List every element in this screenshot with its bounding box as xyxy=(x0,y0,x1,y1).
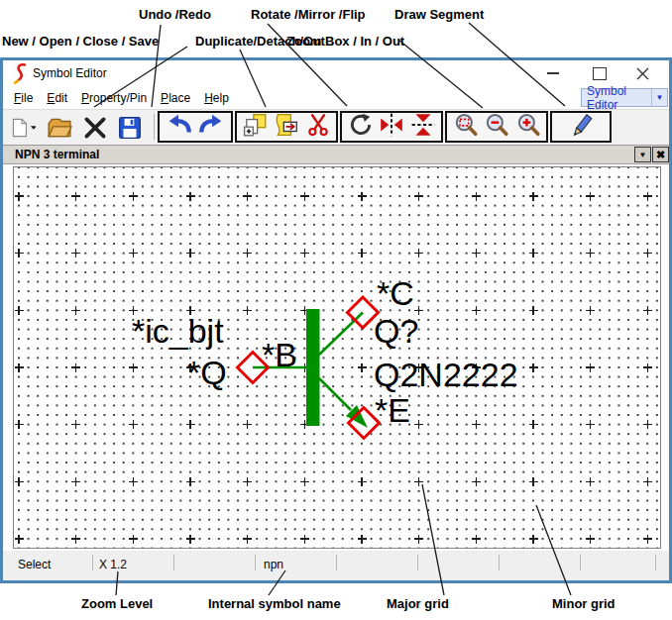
menu-help[interactable]: Help xyxy=(204,91,229,105)
status-divider xyxy=(92,555,93,570)
chevron-down-icon: ▼ xyxy=(651,89,667,106)
redo-icon xyxy=(198,112,224,138)
flip-icon xyxy=(410,112,436,138)
zoom-box-button[interactable] xyxy=(453,112,479,142)
open-folder-icon xyxy=(47,115,72,141)
status-divider xyxy=(417,555,418,570)
annotation-internal-symbol-name: Internal symbol name xyxy=(208,596,341,611)
save-button[interactable] xyxy=(115,113,145,142)
annotation-draw-segment: Draw Segment xyxy=(394,7,484,22)
chevron-down-icon: ▼ xyxy=(639,151,647,159)
status-divider xyxy=(655,555,656,570)
menu-edit[interactable]: Edit xyxy=(47,91,67,105)
zoom-group xyxy=(445,111,548,143)
draw-segment-group xyxy=(550,111,612,143)
editor-mode-value: Symbol Editor xyxy=(582,84,651,112)
zoom-in-button[interactable] xyxy=(515,112,541,142)
draw-segment-button[interactable] xyxy=(568,112,594,142)
title-bar[interactable]: Symbol Editor xyxy=(3,60,669,87)
close-icon xyxy=(636,67,649,80)
cut-button[interactable] xyxy=(305,112,331,142)
symbol-body-bar[interactable] xyxy=(306,309,320,426)
symbol-panel-title: NPN 3 terminal xyxy=(15,148,99,161)
cut-scissors-icon xyxy=(305,112,331,138)
rotate-mirror-flip-group xyxy=(340,111,443,143)
annotation-minor-grid: Minor grid xyxy=(552,596,616,611)
panel-dropdown-button[interactable]: ▼ xyxy=(634,147,651,162)
duplicate-detach-cut-group xyxy=(235,111,338,143)
close-icon: ✖ xyxy=(656,149,665,161)
window-title: Symbol Editor xyxy=(33,66,107,80)
annotation-undo-redo: Undo /Redo xyxy=(139,7,211,22)
npn-symbol: *ic_bjt *Q *B *C Q? Q2N2222 *E xyxy=(14,167,660,548)
symbol-panel-bar: NPN 3 terminal ▼ ✖ xyxy=(3,145,669,164)
editor-mode-dropdown[interactable]: Symbol Editor ▼ xyxy=(581,88,668,107)
zoom-in-icon xyxy=(515,112,541,138)
status-divider xyxy=(173,555,174,570)
zoom-out-icon xyxy=(484,112,509,138)
base-label[interactable]: *B xyxy=(262,336,297,373)
collector-label[interactable]: *C xyxy=(377,274,414,312)
menu-property-pin[interactable]: Property/Pin xyxy=(81,91,147,105)
mirror-icon xyxy=(379,112,404,138)
status-divider xyxy=(499,555,500,570)
drawing-canvas[interactable]: *ic_bjt *Q *B *C Q? Q2N2222 *E xyxy=(13,166,661,549)
zoom-box-icon xyxy=(453,112,479,138)
panel-close-button[interactable]: ✖ xyxy=(652,147,669,162)
status-divider xyxy=(336,555,337,570)
chevron-down-icon xyxy=(31,126,36,129)
model-label[interactable]: Q2N2222 xyxy=(374,356,518,393)
close-window-button[interactable] xyxy=(627,60,657,86)
minimize-icon xyxy=(547,72,559,74)
duplicate-icon xyxy=(243,112,269,138)
minimize-button[interactable] xyxy=(539,60,567,86)
app-logo-icon xyxy=(12,63,30,84)
annotation-zoom-box-in-out: Zoom Box / In / Out xyxy=(286,34,404,49)
zoom-out-button[interactable] xyxy=(484,112,509,142)
detach-icon xyxy=(274,112,299,138)
redo-button[interactable] xyxy=(198,112,224,142)
undo-redo-group xyxy=(158,111,233,143)
new-file-icon xyxy=(10,115,36,141)
annotation-rotate-mirror-flip: Rotate /Mirror /Flip xyxy=(251,7,366,22)
status-divider xyxy=(255,555,256,570)
annotation-major-grid: Major grid xyxy=(387,596,449,611)
duplicate-button[interactable] xyxy=(243,112,269,142)
status-bar: Select X 1.2 npn xyxy=(3,551,669,580)
emitter-label[interactable]: *E xyxy=(375,391,410,429)
pencil-icon xyxy=(568,112,594,138)
menu-file[interactable]: File xyxy=(14,91,33,105)
undo-icon xyxy=(167,112,192,138)
toolbar-separator xyxy=(154,114,155,140)
rotate-button[interactable] xyxy=(348,112,374,142)
toolbar xyxy=(3,109,669,145)
annotation-zoom-level: Zoom Level xyxy=(81,596,153,611)
save-floppy-icon xyxy=(117,115,143,141)
menu-bar: File Edit Property/Pin Place Help xyxy=(3,87,669,109)
mirror-button[interactable] xyxy=(379,112,404,142)
rotate-icon xyxy=(348,112,374,138)
ref-pin-label[interactable]: *Q xyxy=(187,354,227,391)
close-symbol-button[interactable] xyxy=(80,113,110,142)
annotation-new-open-close-save: New / Open / Close / Save xyxy=(2,34,159,49)
status-mode: Select xyxy=(18,558,51,571)
flip-button[interactable] xyxy=(410,112,436,142)
detach-button[interactable] xyxy=(274,112,299,142)
new-button[interactable] xyxy=(3,113,43,142)
undo-button[interactable] xyxy=(167,112,192,142)
ref-label[interactable]: Q? xyxy=(374,312,418,350)
close-x-icon xyxy=(82,115,108,141)
symbol-editor-window: Symbol Editor File Edit Property/Pin Pla… xyxy=(0,57,672,583)
menu-place[interactable]: Place xyxy=(161,91,190,105)
open-button[interactable] xyxy=(45,113,74,142)
maximize-button[interactable] xyxy=(586,60,614,86)
model-param-label[interactable]: *ic_bjt xyxy=(132,312,224,350)
maximize-icon xyxy=(593,67,607,80)
status-divider xyxy=(580,555,581,570)
status-zoom-level: X 1.2 xyxy=(99,558,127,571)
status-symbol-name: npn xyxy=(264,558,283,571)
